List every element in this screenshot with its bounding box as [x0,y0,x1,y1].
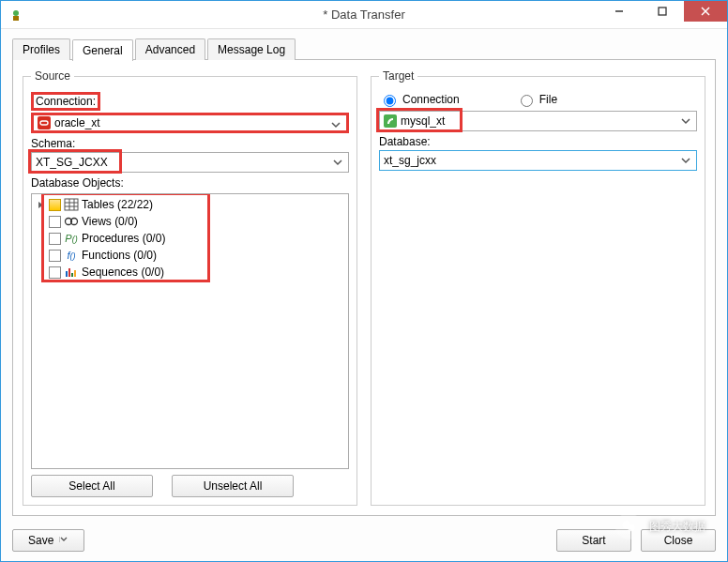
source-column: Source Connection: oracle_xt Schema: XT_… [23,69,357,506]
source-connection-label: Connection: [31,92,100,111]
source-buttons: Select All Unselect All [31,475,349,497]
procedures-icon: P() [64,232,79,245]
tab-panel-general: Source Connection: oracle_xt Schema: XT_… [12,59,716,516]
save-label: Save [28,534,53,547]
chevron-down-icon [329,118,342,134]
svg-point-20 [628,524,635,532]
target-database-combo[interactable]: xt_sg_jcxx [379,150,697,171]
client-area: Profiles General Advanced Message Log So… [1,29,727,524]
chevron-down-icon [59,534,68,547]
app-icon [8,8,23,23]
radio-connection-label: Connection [402,93,460,106]
target-spacer [379,171,697,497]
tab-profiles[interactable]: Profiles [12,38,70,60]
tab-strip: Profiles General Advanced Message Log [12,38,716,60]
chevron-down-icon [679,154,692,170]
tree-node-tables[interactable]: Tables (22/22) [36,196,344,213]
oracle-icon [38,116,51,129]
expand-icon[interactable] [36,200,46,210]
source-schema-label: Schema: [31,137,349,150]
tree-node-sequences[interactable]: Sequences (0/0) [36,264,344,281]
watermark: 图秀大数据 [615,513,705,539]
source-connection-value: oracle_xt [54,116,100,129]
svg-rect-1 [13,16,19,21]
target-mode-radios: Connection File [379,92,697,107]
chevron-down-icon [331,156,344,172]
target-database-label: Database: [379,135,697,148]
sequences-icon [64,266,79,279]
table-icon [64,198,79,211]
svg-rect-6 [40,121,48,125]
window-root: * Data Transfer Profiles General Advance… [0,0,728,562]
radio-file-label: File [539,93,557,106]
checkbox-functions[interactable] [49,250,61,262]
source-group: Source Connection: oracle_xt Schema: XT_… [23,69,357,506]
target-column: Target Connection File mysql_xt Databas [371,69,705,506]
select-all-button[interactable]: Select All [31,475,153,497]
target-legend: Target [379,69,417,83]
functions-icon: f() [64,249,79,262]
tree-node-procedures[interactable]: P() Procedures (0/0) [36,230,344,247]
tree-node-views[interactable]: Views (0/0) [36,213,344,230]
db-objects-label: Database Objects: [31,176,349,190]
tree-label-views: Views (0/0) [82,215,138,228]
tree-node-functions[interactable]: f() Functions (0/0) [36,247,344,264]
db-objects-tree[interactable]: Tables (22/22) Views (0/0) P() Procedure… [31,193,349,469]
tree-label-procedures: Procedures (0/0) [82,232,165,245]
tab-general[interactable]: General [72,39,133,61]
svg-rect-3 [659,8,666,15]
minimize-button[interactable] [598,1,641,22]
target-connection-value: mysql_xt [401,114,445,128]
checkbox-views[interactable] [49,216,61,228]
radio-connection[interactable]: Connection [379,92,460,107]
views-icon [64,215,79,228]
radio-file-input[interactable] [521,95,533,107]
tree-label-functions: Functions (0/0) [82,249,157,262]
tab-advanced[interactable]: Advanced [135,38,205,60]
watermark-text: 图秀大数据 [649,519,705,535]
target-group: Target Connection File mysql_xt Databas [371,69,705,506]
chevron-down-icon [679,114,692,130]
save-button[interactable]: Save [12,529,84,552]
checkbox-procedures[interactable] [49,233,61,245]
source-connection-combo[interactable]: oracle_xt [31,113,349,133]
close-button[interactable] [684,1,727,22]
radio-connection-input[interactable] [384,95,396,107]
wechat-icon [615,513,642,539]
tab-message-log[interactable]: Message Log [207,38,296,60]
svg-point-0 [13,10,19,16]
source-schema-combo[interactable]: XT_SG_JCXX [31,152,349,173]
tree-label-tables: Tables (22/22) [82,198,153,211]
mysql-icon [384,114,397,128]
svg-rect-7 [65,199,78,210]
target-connection-combo[interactable]: mysql_xt [379,111,697,131]
source-legend: Source [31,69,74,83]
tree-label-sequences: Sequences (0/0) [82,266,164,279]
maximize-button[interactable] [641,1,684,22]
radio-file[interactable]: File [516,92,557,107]
window-controls [598,1,727,22]
target-database-value: xt_sg_jcxx [384,154,436,167]
checkbox-sequences[interactable] [49,266,61,279]
titlebar: * Data Transfer [1,1,727,29]
unselect-all-button[interactable]: Unselect All [172,475,294,497]
checkbox-tables[interactable] [49,199,61,211]
source-schema-value: XT_SG_JCXX [36,156,108,169]
